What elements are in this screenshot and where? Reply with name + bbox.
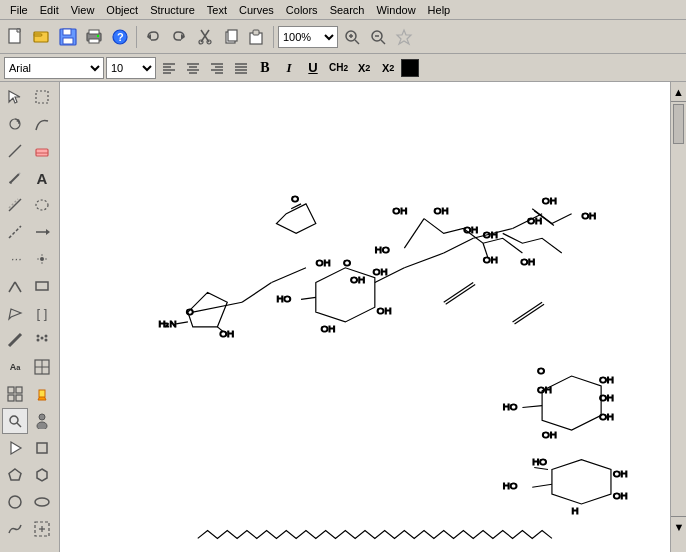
person-tool[interactable] <box>29 408 55 434</box>
font-select[interactable]: Arial Times New Roman Helvetica <box>4 57 104 79</box>
square-tool[interactable] <box>29 435 55 461</box>
menu-text[interactable]: Text <box>201 3 233 17</box>
sep2 <box>273 26 274 48</box>
subscript-ch2-label: CH2 <box>326 57 351 79</box>
redo-button[interactable] <box>167 25 191 49</box>
font-size-select[interactable]: 10 8 12 14 <box>106 57 156 79</box>
dots-tool[interactable] <box>29 327 55 353</box>
bond-wedge-tool[interactable] <box>2 300 28 326</box>
svg-text:OH: OH <box>542 195 557 206</box>
new-button[interactable] <box>4 25 28 49</box>
menu-help[interactable]: Help <box>422 3 457 17</box>
svg-text:OH: OH <box>599 374 614 385</box>
hexagon-tool[interactable] <box>29 462 55 488</box>
play-tool[interactable] <box>2 435 28 461</box>
italic-button[interactable]: I <box>278 57 300 79</box>
pencil-tool[interactable] <box>2 165 28 191</box>
menu-window[interactable]: Window <box>370 3 421 17</box>
superscript-button[interactable]: X2 <box>377 57 399 79</box>
align-center-button[interactable] <box>182 57 204 79</box>
chain-tool[interactable]: ⋯ <box>2 246 28 272</box>
line-tool[interactable] <box>2 138 28 164</box>
freehand-tool[interactable] <box>2 516 28 542</box>
dashed-bond-tool[interactable] <box>2 219 28 245</box>
svg-line-143 <box>532 484 552 487</box>
bracket-tool[interactable]: [ ] <box>29 300 55 326</box>
lasso-tool[interactable] <box>29 192 55 218</box>
svg-rect-2 <box>34 34 42 36</box>
menu-curves[interactable]: Curves <box>233 3 280 17</box>
svg-line-149 <box>444 238 474 253</box>
svg-marker-70 <box>9 309 21 319</box>
text-tool[interactable]: A <box>29 165 55 191</box>
zoom-in-button[interactable] <box>340 25 364 49</box>
print-button[interactable] <box>82 25 106 49</box>
select-tool[interactable] <box>2 84 28 110</box>
justify-button[interactable] <box>230 57 252 79</box>
svg-line-27 <box>381 40 385 44</box>
menu-view[interactable]: View <box>65 3 101 17</box>
menu-search[interactable]: Search <box>324 3 371 17</box>
cut-button[interactable] <box>193 25 217 49</box>
menu-object[interactable]: Object <box>100 3 144 17</box>
highlight-tool[interactable] <box>29 381 55 407</box>
zoom-out-button[interactable] <box>366 25 390 49</box>
save-button[interactable] <box>56 25 80 49</box>
zoom-select[interactable]: 100% 50% 75% 150% 200% <box>278 26 338 48</box>
bond-angled-tool[interactable] <box>2 273 28 299</box>
arrow-tool[interactable] <box>29 219 55 245</box>
subscript-button[interactable]: X2 <box>353 57 375 79</box>
svg-line-53 <box>10 174 19 183</box>
svg-point-73 <box>37 339 40 342</box>
align-left-button[interactable] <box>158 57 180 79</box>
svg-rect-69 <box>36 282 48 290</box>
menu-edit[interactable]: Edit <box>34 3 65 17</box>
svg-point-75 <box>45 335 48 338</box>
paste-button[interactable] <box>245 25 269 49</box>
circle-tool[interactable] <box>2 489 28 515</box>
align-right-button[interactable] <box>206 57 228 79</box>
bold-bond-tool[interactable] <box>2 327 28 353</box>
menu-file[interactable]: File <box>4 3 34 17</box>
rectangle-tool[interactable] <box>29 273 55 299</box>
ellipse-tool[interactable] <box>29 489 55 515</box>
svg-marker-108 <box>316 268 375 322</box>
text-style-tool[interactable]: Aa <box>2 354 28 380</box>
svg-rect-8 <box>89 39 99 43</box>
selection-zoom-tool[interactable] <box>29 516 55 542</box>
template-button[interactable] <box>392 25 416 49</box>
svg-text:OH: OH <box>350 274 365 285</box>
marquee-tool[interactable] <box>29 84 55 110</box>
svg-text:O: O <box>291 193 299 204</box>
bold-button[interactable]: B <box>254 57 276 79</box>
color-picker[interactable] <box>401 59 419 77</box>
svg-point-66 <box>41 262 43 264</box>
copy-button[interactable] <box>219 25 243 49</box>
svg-line-107 <box>291 204 301 209</box>
eraser-tool[interactable] <box>29 138 55 164</box>
svg-line-154 <box>513 302 543 322</box>
undo-button[interactable] <box>141 25 165 49</box>
canvas[interactable]: O H₂N OH O OH OH <box>60 82 670 552</box>
svg-text:OH: OH <box>321 323 336 334</box>
svg-rect-4 <box>63 29 71 35</box>
svg-point-95 <box>35 498 49 506</box>
plus-grid-tool[interactable] <box>29 354 55 380</box>
svg-text:HO: HO <box>375 244 390 255</box>
zoom-active-tool[interactable] <box>2 408 28 434</box>
svg-point-58 <box>36 200 48 210</box>
svg-text:HO: HO <box>503 401 518 412</box>
rotate-tool[interactable] <box>2 111 28 137</box>
atom-tool[interactable] <box>29 246 55 272</box>
underline-button[interactable]: U <box>302 57 324 79</box>
menu-structure[interactable]: Structure <box>144 3 201 17</box>
curve-tool[interactable] <box>29 111 55 137</box>
svg-rect-80 <box>8 387 14 393</box>
help-button[interactable]: ? <box>108 25 132 49</box>
pentagon-tool[interactable] <box>2 462 28 488</box>
open-button[interactable] <box>30 25 54 49</box>
menu-colors[interactable]: Colors <box>280 3 324 17</box>
bond-single-tool[interactable] <box>2 192 28 218</box>
grid-tool[interactable] <box>2 381 28 407</box>
vertical-scrollbar[interactable]: ▲ ▼ <box>670 82 686 552</box>
